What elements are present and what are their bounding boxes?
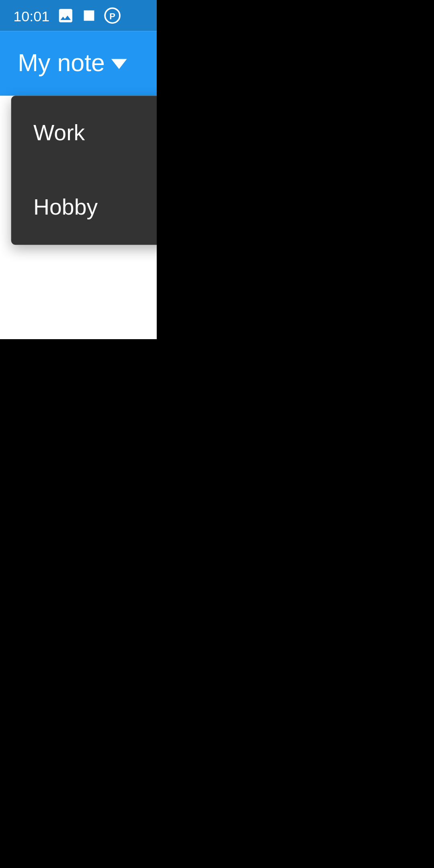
- image-icon: [56, 7, 74, 25]
- status-bar: 10:01 P: [0, 0, 157, 31]
- app-title-text: My note: [18, 49, 105, 78]
- parking-icon: P: [103, 7, 121, 25]
- dropdown-item-work[interactable]: Work: [11, 96, 157, 170]
- svg-rect-0: [83, 10, 94, 21]
- chevron-down-icon[interactable]: [112, 58, 127, 68]
- app-bar: My note: [0, 31, 157, 96]
- phone-screen: 10:01 P My note: [0, 0, 157, 339]
- stop-icon: [81, 8, 96, 23]
- dropdown-menu: Work Hobby: [11, 96, 157, 245]
- svg-text:P: P: [109, 11, 115, 21]
- status-time: 10:01: [13, 7, 49, 24]
- app-bar-title[interactable]: My note: [18, 49, 157, 78]
- dropdown-item-hobby[interactable]: Hobby: [11, 170, 157, 245]
- status-left: 10:01 P: [13, 7, 121, 25]
